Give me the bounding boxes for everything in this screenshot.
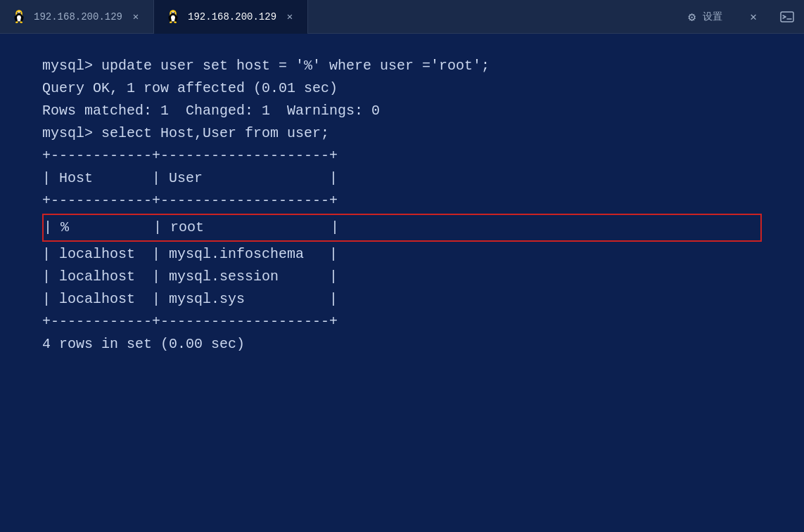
terminal-highlighted-row: | % | root | bbox=[42, 214, 762, 242]
svg-point-15 bbox=[171, 15, 175, 21]
terminal-line-7: | Host | User | bbox=[42, 167, 762, 190]
terminal-line-8: +------------+--------------------+ bbox=[42, 190, 762, 212]
terminal-line-14: 4 rows in set (0.00 sec) bbox=[42, 333, 762, 356]
gear-icon: ⚙ bbox=[688, 9, 696, 25]
titlebar: 192.168.200.129 ✕ 192.168.200. bbox=[0, 0, 804, 34]
tab-1-label: 192.168.200.129 bbox=[34, 11, 122, 22]
app-window: 192.168.200.129 ✕ 192.168.200. bbox=[0, 0, 804, 532]
terminal-line-1: mysql> update user set host = '%' where … bbox=[42, 55, 762, 77]
terminal-line-13: +------------+--------------------+ bbox=[42, 311, 762, 333]
settings-label: 设置 bbox=[703, 11, 722, 23]
tab-1-close[interactable]: ✕ bbox=[129, 11, 142, 23]
terminal-line-2: Query OK, 1 row affected (0.01 sec) bbox=[42, 77, 762, 100]
settings-tab[interactable]: ⚙ 设置 bbox=[674, 0, 736, 34]
terminal-line-12: | localhost | mysql.sys | bbox=[42, 288, 762, 311]
tux-icon-1 bbox=[11, 9, 27, 25]
tab-1[interactable]: 192.168.200.129 ✕ bbox=[0, 0, 154, 34]
tab-2[interactable]: 192.168.200.129 ✕ bbox=[154, 0, 308, 34]
terminal-line-3: Rows matched: 1 Changed: 1 Warnings: 0 bbox=[42, 100, 762, 122]
terminal-content[interactable]: mysql> update user set host = '%' where … bbox=[0, 34, 804, 532]
svg-rect-20 bbox=[781, 12, 793, 22]
terminal-line-6: +------------+--------------------+ bbox=[42, 145, 762, 167]
svg-point-5 bbox=[17, 15, 21, 21]
terminal-line-11: | localhost | mysql.session | bbox=[42, 266, 762, 288]
terminal-line-5: mysql> select Host,User from user; bbox=[42, 122, 762, 145]
tab-2-close[interactable]: ✕ bbox=[283, 11, 296, 23]
window-close-button[interactable]: ✕ bbox=[736, 0, 770, 34]
tux-icon-2 bbox=[165, 9, 181, 25]
window-action-button[interactable] bbox=[770, 0, 804, 34]
terminal-line-10: | localhost | mysql.infoschema | bbox=[42, 243, 762, 266]
tab-2-label: 192.168.200.129 bbox=[188, 11, 276, 22]
